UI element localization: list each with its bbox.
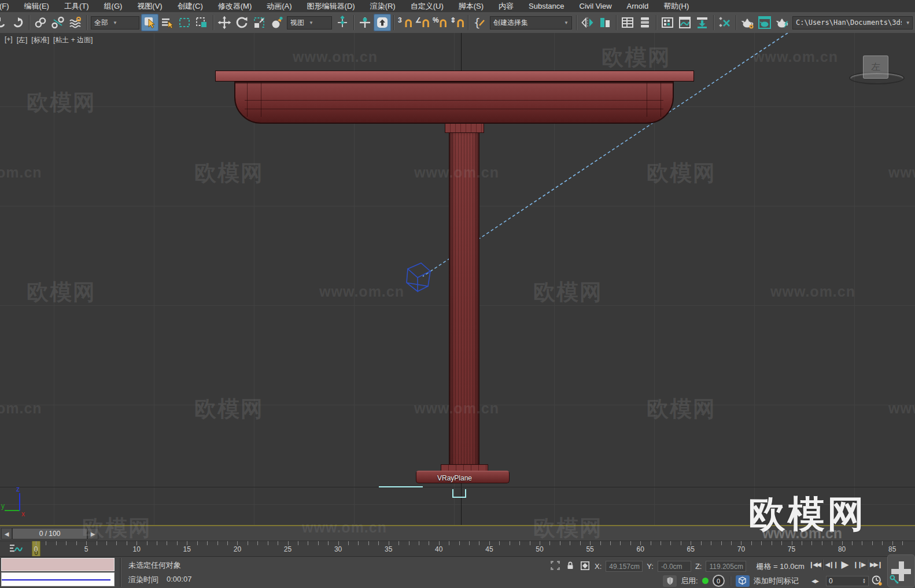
menu-item-3[interactable]: 组(G)	[97, 0, 130, 12]
timeline-tick	[449, 541, 449, 545]
time-configuration-button[interactable]	[871, 575, 883, 588]
select-object-button[interactable]	[141, 14, 158, 31]
keyboard-override-toggle[interactable]	[374, 14, 391, 31]
edit-selection-sets-button[interactable]	[471, 14, 488, 31]
reference-coordinate-dropdown[interactable]: 视图▼	[287, 16, 332, 29]
menu-item-10[interactable]: 自定义(U)	[403, 0, 451, 12]
set-key-button[interactable]	[887, 554, 915, 587]
select-by-name-button[interactable]	[158, 14, 176, 31]
frame-spinner[interactable]: ▲▼	[862, 578, 866, 584]
align-button[interactable]	[596, 14, 614, 31]
unlink-selection-button[interactable]	[49, 14, 67, 31]
render-time-row: 渲染时间 0:00:07	[128, 575, 191, 585]
selection-lock-toggle[interactable]	[565, 560, 575, 572]
table-model[interactable]: VRayPlane	[0, 33, 915, 525]
select-place-button[interactable]	[268, 14, 285, 31]
menu-item-2[interactable]: 工具(T)	[57, 0, 97, 12]
x-coordinate-field[interactable]: 49.157cm	[606, 561, 643, 572]
y-label: Y:	[647, 562, 654, 571]
layer-explorer-toggle[interactable]	[636, 14, 654, 31]
render-setup-button[interactable]	[739, 14, 756, 31]
y-coordinate-field[interactable]: -0.0cm	[658, 561, 691, 572]
timeline-tick	[116, 541, 117, 545]
menu-item-14[interactable]: Civil View	[572, 0, 619, 12]
listener-caret-line	[2, 579, 110, 580]
rendered-frame-window-button[interactable]	[756, 14, 773, 31]
snap-3d-toggle[interactable]: 3	[396, 14, 414, 31]
time-slider-thumb[interactable]: 0 / 100	[12, 528, 87, 539]
previous-frame-button[interactable]: ◀❙❙	[824, 559, 838, 571]
select-scale-button[interactable]	[250, 14, 268, 31]
viewport-label-segment-1[interactable]: [左]	[17, 35, 28, 45]
menu-item-7[interactable]: 动画(A)	[259, 0, 299, 12]
menu-item-5[interactable]: 创建(C)	[170, 0, 211, 12]
menu-item-0[interactable]: 文件(F)	[0, 0, 17, 12]
spinner-snap-toggle[interactable]: ⇕	[448, 14, 466, 31]
play-button[interactable]: ▶	[838, 559, 852, 571]
menu-item-13[interactable]: Substance	[521, 0, 571, 12]
time-slider-track[interactable]: ◀ 0 / 100 ▶	[0, 525, 915, 541]
viewport-label-segment-3[interactable]: [粘土 + 边面]	[53, 35, 93, 45]
next-frame-button[interactable]: ❙❙▶	[852, 559, 866, 571]
select-manipulate-button[interactable]	[356, 14, 374, 31]
z-coordinate-field[interactable]: 119.205cm	[706, 561, 746, 572]
timeline-tick	[479, 541, 479, 545]
timeline-tick	[278, 541, 278, 545]
view-cube-face[interactable]: 左	[863, 56, 888, 79]
render-production-button[interactable]	[773, 14, 791, 31]
time-slider-next-arrow[interactable]: ▶	[87, 528, 98, 539]
add-time-tag-button[interactable]: 添加时间标记	[754, 576, 799, 586]
angle-snap-toggle[interactable]: ∠	[414, 14, 431, 31]
menu-item-9[interactable]: 渲染(R)	[363, 0, 403, 12]
menu-item-4[interactable]: 视图(V)	[130, 0, 169, 12]
timeline-tick-label: 40	[435, 545, 442, 553]
percent-snap-toggle[interactable]: %	[431, 14, 448, 31]
project-folder-dropdown[interactable]: C:\Users\Han\Documents\3ds Max 2022▼	[792, 16, 913, 29]
shield-icon[interactable]	[663, 575, 677, 587]
menu-item-1[interactable]: 编辑(E)	[17, 0, 57, 12]
menu-item-8[interactable]: 图形编辑器(D)	[300, 0, 363, 12]
viewport-label-segment-0[interactable]: [+]	[5, 35, 13, 45]
dope-sheet-button[interactable]	[693, 14, 711, 31]
select-link-button[interactable]	[32, 14, 49, 31]
key-mode-toggle[interactable]: ◀▶	[809, 576, 821, 586]
timeline-tick-label: 30	[334, 545, 342, 553]
ribbon-toggle[interactable]	[659, 14, 676, 31]
timeline-tick-label: 80	[838, 545, 846, 553]
mini-curve-editor-button[interactable]	[3, 542, 28, 555]
undo-button[interactable]	[0, 14, 9, 31]
menu-item-12[interactable]: 内容	[491, 0, 521, 12]
track-bar[interactable]: 0 0510152025303540455055606570758085	[0, 541, 915, 556]
go-to-end-button[interactable]: ▶▶❙	[869, 559, 883, 571]
scene-explorer-toggle[interactable]	[619, 14, 636, 31]
time-slider-prev-arrow[interactable]: ◀	[1, 528, 12, 539]
x-label: X:	[595, 562, 602, 571]
menu-item-16[interactable]: 帮助(H)	[656, 0, 696, 12]
absolute-mode-toggle[interactable]	[580, 560, 591, 573]
go-to-start-button[interactable]: ❙◀◀	[807, 559, 821, 571]
selection-filter-dropdown[interactable]: 全部▼	[91, 16, 139, 29]
timeline-tick	[670, 541, 671, 545]
view-cube[interactable]: 左	[849, 56, 909, 113]
use-pivot-center-button[interactable]	[334, 14, 351, 31]
schematic-view-button[interactable]	[716, 14, 733, 31]
isolate-selection-toggle[interactable]	[549, 560, 561, 573]
maxscript-mini-listener[interactable]	[1, 572, 115, 586]
named-selection-sets-dropdown[interactable]: 创建选择集▼	[490, 16, 572, 29]
selection-region-button[interactable]	[176, 14, 193, 31]
menu-item-15[interactable]: Arnold	[619, 0, 656, 12]
macro-recorder-pane[interactable]	[1, 558, 115, 571]
redo-button[interactable]	[9, 14, 27, 31]
mirror-button[interactable]	[579, 14, 596, 31]
window-crossing-button[interactable]	[193, 14, 211, 31]
select-move-button[interactable]	[216, 14, 233, 31]
menu-item-11[interactable]: 脚本(S)	[451, 0, 491, 12]
bind-spacewarp-button[interactable]	[67, 14, 84, 31]
current-frame-field[interactable]: 0 ▲▼	[826, 576, 869, 586]
viewport-label-segment-2[interactable]: [标准]	[31, 35, 49, 45]
viewport-left[interactable]: [+][左][标准][粘土 + 边面] y z x	[0, 33, 915, 525]
cube-icon[interactable]	[736, 575, 750, 587]
curve-editor-button[interactable]	[676, 14, 693, 31]
menu-item-6[interactable]: 修改器(M)	[211, 0, 260, 12]
select-rotate-button[interactable]	[233, 14, 250, 31]
